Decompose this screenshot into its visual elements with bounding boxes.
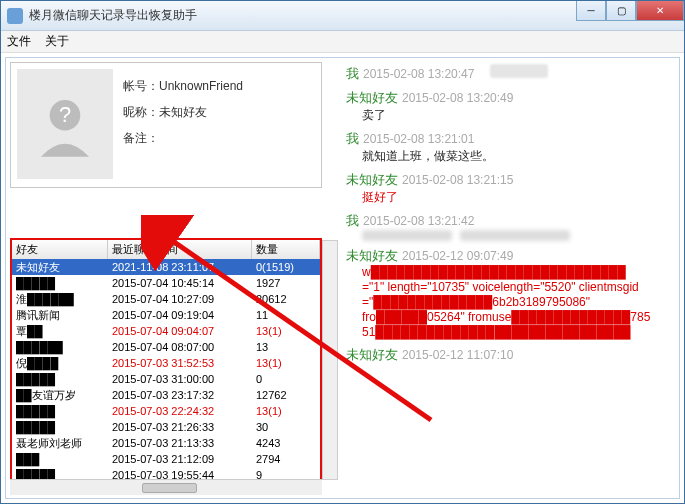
chat-message: 我2015-02-08 13:21:42 bbox=[346, 212, 667, 241]
app-window: 楼月微信聊天记录导出恢复助手 ─ ▢ ✕ 文件 关于 ? 帐号：UnknownF… bbox=[0, 0, 685, 504]
account-label: 帐号： bbox=[123, 79, 159, 93]
table-row[interactable]: 未知好友2021-11-08 23:11:070(1519) bbox=[12, 259, 320, 275]
table-row[interactable]: 腾讯新闻2015-07-04 09:19:0411 bbox=[12, 307, 320, 323]
table-row[interactable]: ███2015-07-03 21:12:092794 bbox=[12, 451, 320, 467]
col-friend[interactable]: 好友 bbox=[12, 240, 108, 259]
chat-message: 未知好友2015-02-12 09:07:49w████████████████… bbox=[346, 247, 667, 340]
table-row[interactable]: 倪████2015-07-03 31:52:5313(1) bbox=[12, 355, 320, 371]
menu-about[interactable]: 关于 bbox=[45, 33, 69, 50]
chat-message: 未知好友2015-02-08 13:21:15挺好了 bbox=[346, 171, 667, 206]
svg-text:?: ? bbox=[59, 102, 71, 127]
table-row[interactable]: █████2015-07-03 31:00:000 bbox=[12, 371, 320, 387]
window-title: 楼月微信聊天记录导出恢复助手 bbox=[29, 7, 197, 24]
table-row[interactable]: ██友谊万岁2015-07-03 23:17:3212762 bbox=[12, 387, 320, 403]
table-row[interactable]: █████2015-07-03 21:26:3330 bbox=[12, 419, 320, 435]
table-row[interactable]: 聂老师刘老师2015-07-03 21:13:334243 bbox=[12, 435, 320, 451]
app-icon bbox=[7, 8, 23, 24]
table-row[interactable]: ██████2015-07-04 08:07:0013 bbox=[12, 339, 320, 355]
col-count[interactable]: 数量 bbox=[252, 240, 320, 259]
scroll-thumb[interactable] bbox=[142, 483, 197, 493]
chat-message: 未知好友2015-02-08 13:20:49卖了 bbox=[346, 89, 667, 124]
menu-bar: 文件 关于 bbox=[1, 31, 684, 53]
profile-card: ? 帐号：UnknownFriend 昵称：未知好友 备注： bbox=[10, 62, 322, 188]
menu-file[interactable]: 文件 bbox=[7, 33, 31, 50]
table-row[interactable]: █████2015-07-04 10:45:141927 bbox=[12, 275, 320, 291]
horizontal-scrollbar[interactable] bbox=[10, 479, 322, 495]
col-lasttime[interactable]: 最近聊天时间 bbox=[108, 240, 252, 259]
table-row[interactable]: 淮██████2015-07-04 10:27:0920612 bbox=[12, 291, 320, 307]
table-row[interactable]: █████2015-07-03 22:24:3213(1) bbox=[12, 403, 320, 419]
nick-label: 昵称： bbox=[123, 105, 159, 119]
chat-pane: 我2015-02-08 13:20:47未知好友2015-02-08 13:20… bbox=[338, 62, 675, 494]
minimize-button[interactable]: ─ bbox=[576, 1, 606, 21]
table-body: 未知好友2021-11-08 23:11:070(1519)█████2015-… bbox=[12, 259, 320, 481]
nick-value: 未知好友 bbox=[159, 105, 207, 119]
table-header: 好友 最近聊天时间 数量 bbox=[12, 240, 320, 259]
chat-message: 未知好友2015-02-12 11:07:10 bbox=[346, 346, 667, 364]
contacts-table: 好友 最近聊天时间 数量 未知好友2021-11-08 23:11:070(15… bbox=[10, 238, 322, 483]
maximize-button[interactable]: ▢ bbox=[606, 1, 636, 21]
table-row[interactable]: 覃██2015-07-04 09:04:0713(1) bbox=[12, 323, 320, 339]
account-value: UnknownFriend bbox=[159, 79, 243, 93]
avatar-placeholder: ? bbox=[17, 69, 113, 179]
close-button[interactable]: ✕ bbox=[636, 1, 684, 21]
chat-message: 我2015-02-08 13:21:01就知道上班，做菜这些。 bbox=[346, 130, 667, 165]
vertical-scrollbar[interactable] bbox=[322, 240, 338, 480]
left-pane: ? 帐号：UnknownFriend 昵称：未知好友 备注： 好友 最近聊天时间… bbox=[10, 62, 322, 494]
remark-label: 备注： bbox=[123, 131, 159, 145]
title-bar[interactable]: 楼月微信聊天记录导出恢复助手 ─ ▢ ✕ bbox=[1, 1, 684, 31]
chat-message: 我2015-02-08 13:20:47 bbox=[346, 64, 667, 83]
content-area: ? 帐号：UnknownFriend 昵称：未知好友 备注： 好友 最近聊天时间… bbox=[5, 57, 680, 499]
